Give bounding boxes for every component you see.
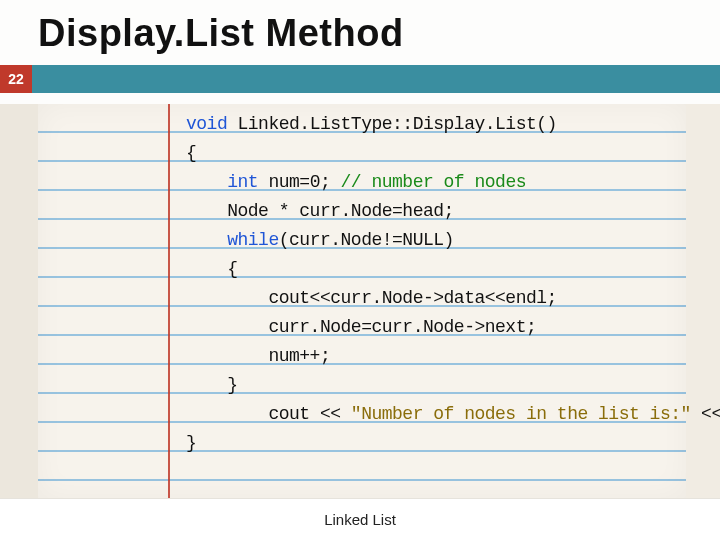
code-text: }	[186, 433, 196, 453]
code-text: cout<<curr.Node->data<<endl;	[186, 288, 557, 308]
code-string: "Number of nodes in the list is:"	[351, 404, 691, 424]
keyword-void: void	[186, 114, 227, 134]
code-text: Linked.ListType::Display.List()	[227, 114, 557, 134]
accent-band: 22	[0, 65, 720, 93]
code-text: {	[186, 259, 238, 279]
code-comment: // number of nodes	[341, 172, 526, 192]
notebook-paper: void Linked.ListType::Display.List() { i…	[38, 104, 686, 498]
code-text: << num << endl;	[691, 404, 720, 424]
code-text: }	[186, 375, 238, 395]
page-number-badge: 22	[0, 65, 32, 93]
slide-footer: Linked List	[0, 498, 720, 540]
code-text: (curr.Node!=NULL)	[279, 230, 454, 250]
code-text: cout <<	[186, 404, 351, 424]
keyword-while: while	[227, 230, 279, 250]
paper-margin-line	[168, 104, 170, 498]
slide: Display.List Method 22 void Linked.ListT…	[0, 0, 720, 540]
content-area: void Linked.ListType::Display.List() { i…	[0, 104, 720, 498]
code-text: num=0;	[258, 172, 340, 192]
left-padding	[0, 104, 38, 498]
code-block: void Linked.ListType::Display.List() { i…	[186, 110, 720, 458]
keyword-int: int	[227, 172, 258, 192]
code-text: curr.Node=curr.Node->next;	[186, 317, 536, 337]
slide-title: Display.List Method	[0, 0, 720, 65]
code-text: {	[186, 143, 196, 163]
code-text: num++;	[186, 346, 330, 366]
code-text: Node * curr.Node=head;	[186, 201, 454, 221]
